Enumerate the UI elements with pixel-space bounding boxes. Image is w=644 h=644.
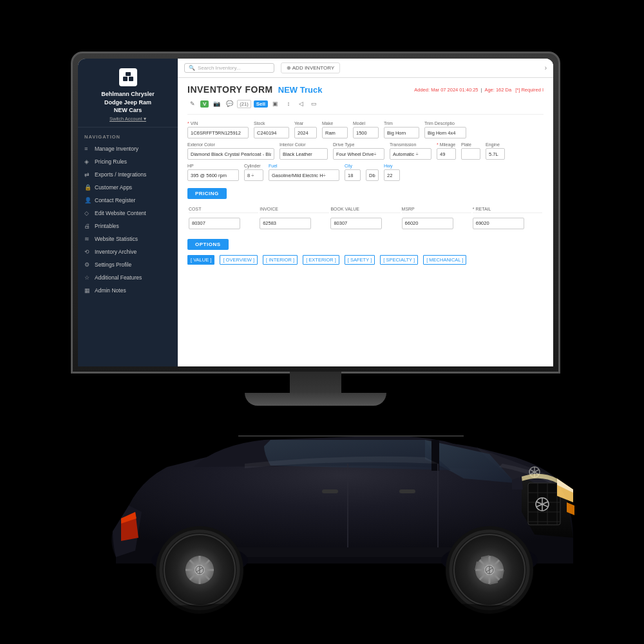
share-icon-4[interactable]: ▭: [309, 99, 319, 109]
fuel-label: Fuel: [269, 164, 339, 168]
form-header: INVENTORY FORM NEW Truck Added: Mar 07 2…: [187, 84, 544, 95]
svg-line-31: [480, 560, 499, 580]
interior-color-input[interactable]: [279, 148, 328, 160]
main-content: 🔍 Search Inventory... ⊕ ADD INVENTORY › …: [178, 59, 553, 366]
comments-icon[interactable]: 💬: [224, 99, 234, 109]
trim-desc-field-group: Trim Descriptio: [424, 121, 466, 138]
sidebar-item-website-stats[interactable]: ≋ Website Statistics: [78, 232, 178, 245]
switch-account-link[interactable]: Switch Account ▾: [109, 116, 146, 122]
cylinder-input[interactable]: [244, 169, 263, 181]
fields-row-3: HP Cylinder Fuel: [187, 164, 544, 181]
options-tab-mechanical[interactable]: [ MECHANICAL ]: [423, 255, 466, 265]
pricing-col-cost: COST: [189, 205, 258, 213]
sell-badge[interactable]: Sell: [254, 100, 268, 108]
pricing-msrp-input[interactable]: [402, 218, 453, 229]
pricing-section-button[interactable]: PRICING: [187, 188, 227, 199]
website-stats-icon: ≋: [84, 236, 91, 242]
share-icon-1[interactable]: ▣: [270, 99, 281, 109]
city-input[interactable]: [345, 169, 361, 181]
sidebar-item-inventory-archive[interactable]: ⟲ Inventory Archive: [78, 245, 178, 258]
pricing-book-value-input[interactable]: [330, 218, 382, 229]
nav-arrow[interactable]: ›: [545, 64, 547, 71]
toolbar-row: ✎ V 📷 💬 (21) Sell ▣ ↕ ◁ ▭: [187, 99, 544, 115]
sidebar: Behlmann Chrysler Dodge Jeep Ram NEW Car…: [78, 59, 178, 366]
sidebar-item-edit-website[interactable]: ◇ Edit Website Content: [78, 207, 178, 220]
sidebar-item-printables[interactable]: 🖨 Printables: [78, 220, 178, 232]
svg-rect-54: [322, 489, 338, 493]
sidebar-item-admin-notes[interactable]: ▦ Admin Notes: [78, 284, 178, 297]
options-tab-specialty[interactable]: [ SPECIALTY ]: [380, 255, 418, 265]
pricing-col-book-value: BOOK VALUE: [330, 205, 400, 213]
screen: Behlmann Chrysler Dodge Jeep Ram NEW Car…: [78, 59, 553, 366]
svg-rect-55: [399, 489, 415, 493]
mileage-group: Mileage: [437, 142, 456, 160]
v-badge[interactable]: V: [200, 100, 209, 108]
svg-line-20: [530, 469, 539, 475]
model-input[interactable]: [353, 127, 379, 138]
plate-input[interactable]: [461, 148, 480, 160]
share-icon-2[interactable]: ↕: [283, 99, 294, 109]
svg-point-25: [451, 531, 528, 609]
trim-desc-input[interactable]: [424, 127, 466, 138]
options-tab-safety[interactable]: [ SAFETY ]: [345, 255, 375, 265]
options-tab-overview[interactable]: [ OVERVIEW ]: [220, 255, 258, 265]
add-inventory-button[interactable]: ⊕ ADD INVENTORY: [281, 62, 340, 73]
svg-point-22: [441, 544, 538, 576]
sidebar-item-manage-inventory[interactable]: ≡ Manage Inventory: [78, 142, 178, 155]
interior-color-label: Interior Color: [279, 142, 328, 147]
options-tab-interior[interactable]: [ INTERIOR ]: [263, 255, 298, 265]
inventory-archive-icon: ⟲: [84, 249, 91, 255]
search-box[interactable]: 🔍 Search Inventory...: [184, 63, 274, 73]
search-icon: 🔍: [189, 65, 195, 71]
drive-type-input[interactable]: [333, 148, 384, 160]
form-title-row: INVENTORY FORM NEW Truck: [187, 84, 322, 95]
hwy-group: Hwy: [384, 164, 400, 181]
sidebar-item-settings[interactable]: ⚙ Settings Profile: [78, 258, 178, 271]
fuel-input[interactable]: [269, 169, 339, 181]
make-input[interactable]: [322, 127, 348, 138]
sidebar-item-customer-apps[interactable]: 🔒 Customer Apps: [78, 181, 178, 194]
svg-point-57: [97, 602, 586, 628]
svg-line-36: [502, 570, 504, 578]
settings-icon: ⚙: [84, 261, 91, 268]
sidebar-item-contact-register[interactable]: 👤 Contact Register: [78, 194, 178, 207]
mileage-input[interactable]: [437, 148, 456, 160]
sidebar-item-exports[interactable]: ⇄ Exports / Integrations: [78, 168, 178, 181]
sidebar-item-additional-features[interactable]: ☆ Additional Features: [78, 271, 178, 284]
hwy-label: Hwy: [384, 164, 400, 168]
pricing-col-msrp: MSRP: [402, 205, 471, 213]
options-tab-value[interactable]: [ VALUE ]: [187, 255, 214, 265]
svg-rect-1: [129, 77, 133, 81]
hwy-input[interactable]: [384, 169, 400, 181]
pricing-retail-input[interactable]: [473, 218, 524, 229]
pricing-invoice-input[interactable]: [260, 218, 311, 229]
fields-row-1: VIN Stock Year: [187, 121, 544, 138]
vin-label: VIN: [187, 121, 249, 126]
comments-count[interactable]: (21): [237, 100, 251, 108]
admin-notes-icon: ▦: [84, 287, 91, 294]
options-section-button[interactable]: OPTIONS: [187, 239, 229, 250]
cylinder-group: Cylinder: [244, 164, 263, 181]
city-label: City: [345, 164, 361, 168]
svg-rect-3: [431, 440, 439, 471]
options-tab-exterior[interactable]: [ EXTERIOR ]: [303, 255, 339, 265]
svg-point-26: [454, 535, 525, 605]
pricing-cost-input[interactable]: [189, 218, 240, 229]
trim-input[interactable]: [384, 127, 419, 138]
vin-input[interactable]: [187, 127, 249, 138]
share-icon-3[interactable]: ◁: [296, 99, 307, 109]
edit-icon[interactable]: ✎: [187, 99, 198, 109]
camera-icon[interactable]: 📷: [211, 99, 222, 109]
trim-label: Trim: [384, 121, 419, 126]
hp-input[interactable]: [187, 169, 239, 181]
transmission-input[interactable]: [390, 148, 431, 160]
sidebar-item-pricing-rules[interactable]: ◈ Pricing Rules: [78, 155, 178, 168]
exterior-color-input[interactable]: [187, 148, 274, 160]
options-tabs-row: [ VALUE ] [ OVERVIEW ] [ INTERIOR ] [ EX…: [187, 255, 544, 265]
year-input[interactable]: [294, 127, 317, 138]
stock-input[interactable]: [254, 127, 289, 138]
city-extra-input[interactable]: [366, 169, 379, 181]
engine-input[interactable]: [486, 148, 505, 160]
customer-apps-icon: 🔒: [84, 184, 91, 191]
exports-icon: ⇄: [84, 171, 91, 178]
